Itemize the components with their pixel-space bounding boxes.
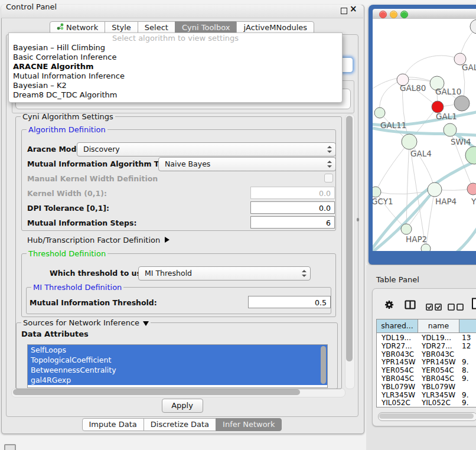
which-threshold-combobox[interactable]: MI Threshold [138, 266, 311, 281]
tab-select-label: Select [145, 23, 168, 32]
aracne-mode-label: Aracne Mode: [27, 145, 84, 154]
network-node[interactable] [402, 134, 417, 149]
desktop: Control Panel × Network Style Select Cyn… [0, 0, 476, 450]
column-header[interactable] [459, 319, 476, 333]
select-all-icon[interactable] [426, 302, 442, 313]
collapse-arrow-icon [165, 237, 169, 243]
settings-vertical-scrollbar[interactable] [345, 114, 355, 389]
list-item[interactable]: gal4RGexp [28, 375, 327, 385]
window-zoom-icon[interactable] [400, 11, 408, 18]
float-icon[interactable] [341, 8, 347, 14]
kernel-width-field[interactable]: 0.0 [250, 187, 335, 199]
table-row[interactable]: YBR045CYBR045C9. [377, 375, 476, 383]
table-panel-title: Table Panel [376, 275, 419, 284]
sources-title-label: Sources for Network Inference [23, 318, 139, 327]
dropdown-item[interactable]: Bayesian – K2 [9, 81, 342, 90]
network-node[interactable] [444, 123, 457, 136]
table-row[interactable]: YIL052CYIL052C9. [377, 399, 476, 407]
dropdown-item[interactable]: Basic Correlation Inference [9, 53, 342, 62]
sources-title[interactable]: Sources for Network Inference [21, 318, 151, 327]
horizontal-scrollbar-thumb[interactable] [13, 389, 300, 395]
network-node[interactable] [454, 96, 470, 111]
dropdown-prompt: Select algorithm to view settings [9, 33, 342, 43]
node-label: Y [471, 197, 476, 206]
network-node[interactable] [428, 182, 442, 197]
column-header[interactable]: name [418, 319, 459, 333]
network-node[interactable] [470, 19, 476, 34]
table-scrollbar-thumb[interactable] [379, 413, 474, 419]
mi-algorithm-type-value: Naive Bayes [165, 158, 210, 171]
network-node[interactable] [421, 244, 431, 251]
mi-algorithm-type-label: Mutual Information Algorithm Type: [27, 159, 176, 168]
network-canvas[interactable]: GAL GAL80 GAL10 GAL1 GAL11 SWI4 GAL4 GCY… [373, 19, 476, 251]
deselect-all-icon[interactable] [448, 302, 464, 313]
apply-button[interactable]: Apply [162, 399, 203, 413]
network-window-titlebar[interactable] [373, 9, 476, 19]
combo-stepper-icon [327, 145, 332, 154]
cyni-bottom-tabbar: Impute Data Discretize Data Infer Networ… [1, 418, 363, 431]
node-label: GAL10 [435, 87, 461, 96]
network-node[interactable] [465, 146, 476, 164]
table-row[interactable]: YDR27...YDR27...12 [377, 343, 476, 351]
dropdown-item-selected[interactable]: ARACNE Algorithm [9, 62, 342, 71]
dropdown-item[interactable]: Dream8 DC_TDC Algorithm [9, 90, 342, 100]
node-table[interactable]: shared... name YDL19...YDL19...13 YDR27.… [376, 319, 476, 407]
node-label: GAL80 [400, 83, 426, 93]
gear-icon[interactable] [384, 299, 395, 312]
data-attributes-list[interactable]: SelfLoops TopologicalCoefficient Between… [27, 344, 328, 388]
table-row[interactable]: YBL079WYBL079W [377, 383, 476, 392]
window-close-icon[interactable] [379, 11, 387, 18]
table-row[interactable]: YPR145WYPR145W9. [377, 358, 476, 367]
list-item[interactable]: BetweennessCentrality [28, 365, 327, 375]
table-row[interactable]: YDL19...YDL19...13 [377, 334, 476, 343]
network-node[interactable] [432, 101, 444, 113]
manual-kernel-width-label: Manual Kernel Width Definition [27, 174, 158, 183]
algorithm-dropdown-popup: Select algorithm to view settings Bayesi… [8, 32, 343, 103]
close-icon[interactable]: × [350, 5, 357, 13]
settings-horizontal-scrollbar[interactable] [11, 388, 345, 397]
mi-threshold-field[interactable]: 0.5 [248, 296, 331, 308]
algorithm-definition-title: Algorithm Definition [27, 125, 107, 134]
list-scrollbar-thumb[interactable] [321, 346, 326, 384]
tab-discretize-data-label: Discretize Data [151, 420, 209, 429]
tab-network-label: Network [66, 23, 98, 32]
node-label: SWI4 [451, 137, 471, 146]
table-horizontal-scrollbar[interactable] [378, 412, 476, 421]
aracne-mode-value: Discovery [83, 143, 120, 156]
list-item[interactable]: TopologicalCoefficient [28, 355, 327, 365]
mi-steps-field[interactable]: 6 [250, 216, 335, 229]
mi-algorithm-type-combobox[interactable]: Naive Bayes [158, 157, 336, 171]
table-row[interactable]: YER054CYER054C8. [377, 367, 476, 375]
manual-kernel-width-checkbox[interactable] [324, 174, 333, 182]
network-node[interactable] [467, 183, 476, 195]
vertical-scrollbar-thumb[interactable] [346, 116, 353, 361]
node-label: GAL11 [380, 120, 406, 130]
hub-definition-label: Hub/Transcription Factor Definition [27, 236, 160, 244]
splitter-handle[interactable] [357, 218, 359, 221]
dropdown-item[interactable]: Bayesian – Hill Climbing [9, 43, 342, 53]
aracne-mode-combobox[interactable]: Discovery [77, 142, 336, 156]
dpi-tolerance-field[interactable]: 0.0 [250, 201, 335, 214]
tab-infer-network[interactable]: Infer Network [216, 418, 282, 431]
panel-grip-icon[interactable] [4, 444, 16, 450]
table-row[interactable]: YLR345WYLR345W9. [377, 392, 476, 400]
network-node[interactable] [401, 224, 412, 234]
column-header[interactable]: shared... [377, 319, 418, 333]
tab-impute-data[interactable]: Impute Data [82, 418, 144, 431]
network-node[interactable] [374, 107, 385, 118]
table-row[interactable]: YBR043CYBR043C [377, 351, 476, 359]
file-icon[interactable] [471, 298, 476, 312]
split-view-icon[interactable] [405, 300, 416, 312]
combo-stepper-icon [302, 269, 307, 278]
combo-stepper-icon [327, 160, 332, 168]
tab-discretize-data[interactable]: Discretize Data [144, 418, 216, 431]
dropdown-item[interactable]: Mutual Information Inference [9, 71, 342, 81]
mi-threshold-label: Mutual Information Threshold: [30, 298, 157, 307]
hub-definition-toggle[interactable]: Hub/Transcription Factor Definition [27, 236, 169, 244]
list-item[interactable]: SelfLoops [28, 345, 327, 355]
node-label: GCY1 [373, 197, 393, 206]
expand-arrow-icon [143, 321, 149, 326]
tab-style-label: Style [112, 23, 131, 32]
network-node[interactable] [373, 187, 381, 197]
window-minimize-icon[interactable] [390, 11, 397, 18]
